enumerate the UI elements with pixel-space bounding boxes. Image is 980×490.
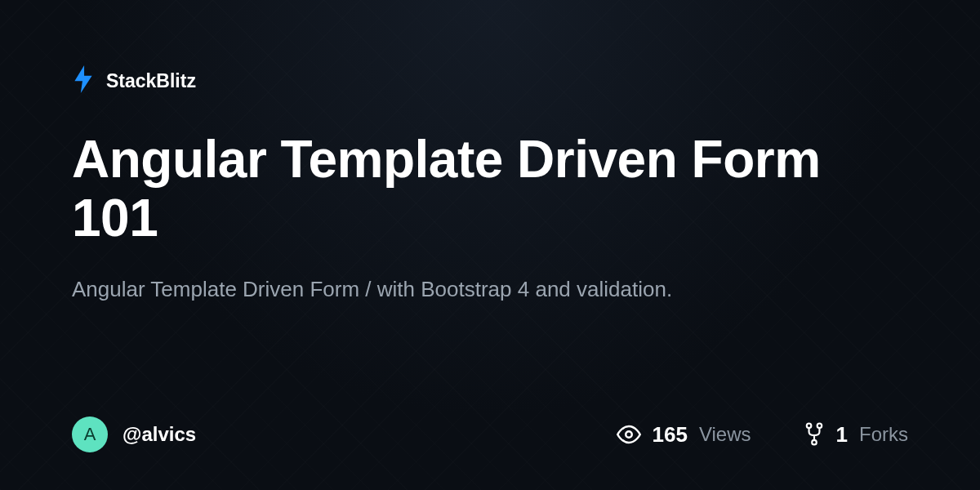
views-count: 165	[653, 422, 688, 448]
svg-point-1	[806, 424, 811, 429]
svg-point-2	[817, 424, 822, 429]
forks-stat: 1 Forks	[804, 422, 908, 448]
brand-name: StackBlitz	[106, 70, 196, 92]
stats-group: 165 Views 1 Forks	[617, 422, 908, 448]
svg-point-3	[812, 440, 817, 445]
views-stat: 165 Views	[617, 422, 751, 448]
brand-header: StackBlitz	[72, 65, 908, 96]
avatar: A	[72, 416, 108, 452]
bolt-icon	[72, 65, 95, 96]
eye-icon	[617, 422, 641, 447]
project-card: StackBlitz Angular Template Driven Form …	[0, 0, 980, 490]
views-label: Views	[699, 423, 751, 446]
forks-label: Forks	[859, 423, 908, 446]
svg-point-0	[626, 431, 632, 438]
forks-count: 1	[836, 422, 848, 448]
fork-icon	[804, 422, 825, 447]
author-info[interactable]: A @alvics	[72, 416, 196, 452]
author-handle: @alvics	[122, 423, 196, 446]
project-title: Angular Template Driven Form 101	[72, 131, 872, 247]
footer-bar: A @alvics 165 Views	[72, 416, 908, 452]
project-description: Angular Template Driven Form / with Boot…	[72, 274, 693, 305]
